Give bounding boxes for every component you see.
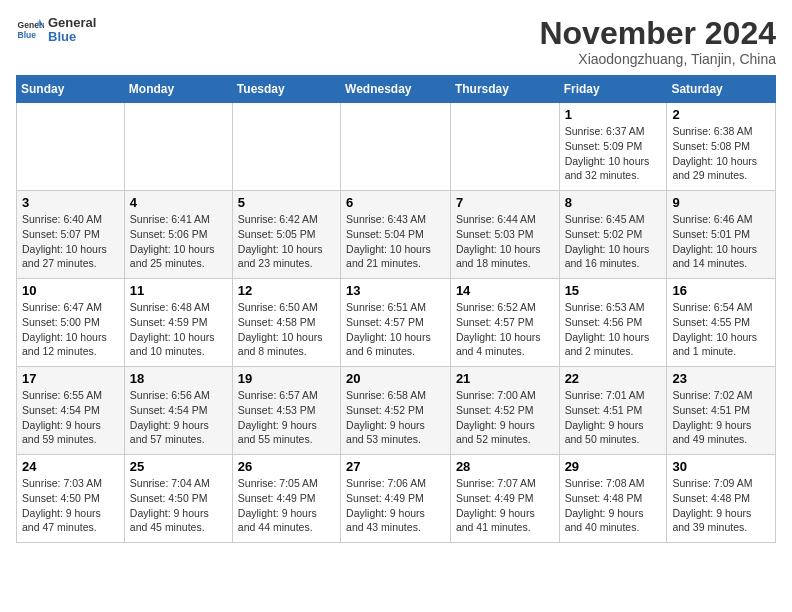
day-number: 25 [130, 459, 227, 474]
calendar-cell: 9Sunrise: 6:46 AM Sunset: 5:01 PM Daylig… [667, 191, 776, 279]
day-info: Sunrise: 7:05 AM Sunset: 4:49 PM Dayligh… [238, 476, 335, 535]
calendar-cell: 28Sunrise: 7:07 AM Sunset: 4:49 PM Dayli… [450, 455, 559, 543]
page-header: General Blue General Blue November 2024 … [16, 16, 776, 67]
calendar-cell: 15Sunrise: 6:53 AM Sunset: 4:56 PM Dayli… [559, 279, 667, 367]
weekday-header: Thursday [450, 76, 559, 103]
day-info: Sunrise: 7:00 AM Sunset: 4:52 PM Dayligh… [456, 388, 554, 447]
calendar-week-row: 17Sunrise: 6:55 AM Sunset: 4:54 PM Dayli… [17, 367, 776, 455]
day-number: 24 [22, 459, 119, 474]
day-info: Sunrise: 6:50 AM Sunset: 4:58 PM Dayligh… [238, 300, 335, 359]
day-number: 14 [456, 283, 554, 298]
weekday-header: Saturday [667, 76, 776, 103]
calendar-cell: 1Sunrise: 6:37 AM Sunset: 5:09 PM Daylig… [559, 103, 667, 191]
weekday-header: Sunday [17, 76, 125, 103]
day-number: 27 [346, 459, 445, 474]
day-number: 1 [565, 107, 662, 122]
day-info: Sunrise: 6:54 AM Sunset: 4:55 PM Dayligh… [672, 300, 770, 359]
day-number: 21 [456, 371, 554, 386]
day-info: Sunrise: 6:40 AM Sunset: 5:07 PM Dayligh… [22, 212, 119, 271]
day-info: Sunrise: 7:01 AM Sunset: 4:51 PM Dayligh… [565, 388, 662, 447]
day-info: Sunrise: 7:07 AM Sunset: 4:49 PM Dayligh… [456, 476, 554, 535]
calendar-cell: 20Sunrise: 6:58 AM Sunset: 4:52 PM Dayli… [341, 367, 451, 455]
day-info: Sunrise: 6:47 AM Sunset: 5:00 PM Dayligh… [22, 300, 119, 359]
calendar-cell: 12Sunrise: 6:50 AM Sunset: 4:58 PM Dayli… [232, 279, 340, 367]
day-info: Sunrise: 6:48 AM Sunset: 4:59 PM Dayligh… [130, 300, 227, 359]
calendar-week-row: 10Sunrise: 6:47 AM Sunset: 5:00 PM Dayli… [17, 279, 776, 367]
day-info: Sunrise: 6:53 AM Sunset: 4:56 PM Dayligh… [565, 300, 662, 359]
calendar-cell: 5Sunrise: 6:42 AM Sunset: 5:05 PM Daylig… [232, 191, 340, 279]
weekday-header: Tuesday [232, 76, 340, 103]
day-number: 17 [22, 371, 119, 386]
day-number: 10 [22, 283, 119, 298]
calendar-table: SundayMondayTuesdayWednesdayThursdayFrid… [16, 75, 776, 543]
day-number: 20 [346, 371, 445, 386]
day-info: Sunrise: 6:55 AM Sunset: 4:54 PM Dayligh… [22, 388, 119, 447]
day-number: 12 [238, 283, 335, 298]
weekday-header: Wednesday [341, 76, 451, 103]
day-info: Sunrise: 7:03 AM Sunset: 4:50 PM Dayligh… [22, 476, 119, 535]
day-info: Sunrise: 7:09 AM Sunset: 4:48 PM Dayligh… [672, 476, 770, 535]
day-number: 8 [565, 195, 662, 210]
calendar-cell [124, 103, 232, 191]
day-number: 5 [238, 195, 335, 210]
calendar-cell [450, 103, 559, 191]
day-info: Sunrise: 6:41 AM Sunset: 5:06 PM Dayligh… [130, 212, 227, 271]
day-number: 2 [672, 107, 770, 122]
calendar-cell: 24Sunrise: 7:03 AM Sunset: 4:50 PM Dayli… [17, 455, 125, 543]
day-number: 13 [346, 283, 445, 298]
calendar-cell: 14Sunrise: 6:52 AM Sunset: 4:57 PM Dayli… [450, 279, 559, 367]
day-number: 6 [346, 195, 445, 210]
logo-blue-text: Blue [48, 30, 96, 44]
calendar-cell: 8Sunrise: 6:45 AM Sunset: 5:02 PM Daylig… [559, 191, 667, 279]
calendar-cell: 29Sunrise: 7:08 AM Sunset: 4:48 PM Dayli… [559, 455, 667, 543]
calendar-cell: 25Sunrise: 7:04 AM Sunset: 4:50 PM Dayli… [124, 455, 232, 543]
day-info: Sunrise: 7:08 AM Sunset: 4:48 PM Dayligh… [565, 476, 662, 535]
day-info: Sunrise: 7:02 AM Sunset: 4:51 PM Dayligh… [672, 388, 770, 447]
day-number: 11 [130, 283, 227, 298]
calendar-cell [232, 103, 340, 191]
location-subtitle: Xiaodongzhuang, Tianjin, China [539, 51, 776, 67]
weekday-header: Friday [559, 76, 667, 103]
day-number: 16 [672, 283, 770, 298]
calendar-cell [17, 103, 125, 191]
day-number: 23 [672, 371, 770, 386]
day-number: 4 [130, 195, 227, 210]
day-info: Sunrise: 6:42 AM Sunset: 5:05 PM Dayligh… [238, 212, 335, 271]
day-info: Sunrise: 6:52 AM Sunset: 4:57 PM Dayligh… [456, 300, 554, 359]
day-info: Sunrise: 6:38 AM Sunset: 5:08 PM Dayligh… [672, 124, 770, 183]
calendar-cell: 19Sunrise: 6:57 AM Sunset: 4:53 PM Dayli… [232, 367, 340, 455]
calendar-header-row: SundayMondayTuesdayWednesdayThursdayFrid… [17, 76, 776, 103]
day-info: Sunrise: 6:58 AM Sunset: 4:52 PM Dayligh… [346, 388, 445, 447]
calendar-cell: 18Sunrise: 6:56 AM Sunset: 4:54 PM Dayli… [124, 367, 232, 455]
day-info: Sunrise: 6:37 AM Sunset: 5:09 PM Dayligh… [565, 124, 662, 183]
day-info: Sunrise: 7:06 AM Sunset: 4:49 PM Dayligh… [346, 476, 445, 535]
calendar-cell: 16Sunrise: 6:54 AM Sunset: 4:55 PM Dayli… [667, 279, 776, 367]
day-number: 26 [238, 459, 335, 474]
day-info: Sunrise: 6:56 AM Sunset: 4:54 PM Dayligh… [130, 388, 227, 447]
calendar-week-row: 3Sunrise: 6:40 AM Sunset: 5:07 PM Daylig… [17, 191, 776, 279]
day-number: 28 [456, 459, 554, 474]
calendar-cell: 30Sunrise: 7:09 AM Sunset: 4:48 PM Dayli… [667, 455, 776, 543]
day-info: Sunrise: 7:04 AM Sunset: 4:50 PM Dayligh… [130, 476, 227, 535]
calendar-cell: 4Sunrise: 6:41 AM Sunset: 5:06 PM Daylig… [124, 191, 232, 279]
calendar-cell: 23Sunrise: 7:02 AM Sunset: 4:51 PM Dayli… [667, 367, 776, 455]
calendar-cell: 3Sunrise: 6:40 AM Sunset: 5:07 PM Daylig… [17, 191, 125, 279]
day-info: Sunrise: 6:44 AM Sunset: 5:03 PM Dayligh… [456, 212, 554, 271]
logo: General Blue General Blue [16, 16, 96, 45]
calendar-week-row: 24Sunrise: 7:03 AM Sunset: 4:50 PM Dayli… [17, 455, 776, 543]
calendar-cell: 2Sunrise: 6:38 AM Sunset: 5:08 PM Daylig… [667, 103, 776, 191]
calendar-cell: 21Sunrise: 7:00 AM Sunset: 4:52 PM Dayli… [450, 367, 559, 455]
day-number: 19 [238, 371, 335, 386]
svg-text:Blue: Blue [18, 30, 37, 40]
day-number: 30 [672, 459, 770, 474]
day-number: 29 [565, 459, 662, 474]
day-number: 7 [456, 195, 554, 210]
calendar-cell: 17Sunrise: 6:55 AM Sunset: 4:54 PM Dayli… [17, 367, 125, 455]
calendar-cell: 6Sunrise: 6:43 AM Sunset: 5:04 PM Daylig… [341, 191, 451, 279]
calendar-cell: 13Sunrise: 6:51 AM Sunset: 4:57 PM Dayli… [341, 279, 451, 367]
calendar-week-row: 1Sunrise: 6:37 AM Sunset: 5:09 PM Daylig… [17, 103, 776, 191]
calendar-cell: 22Sunrise: 7:01 AM Sunset: 4:51 PM Dayli… [559, 367, 667, 455]
calendar-cell: 27Sunrise: 7:06 AM Sunset: 4:49 PM Dayli… [341, 455, 451, 543]
day-info: Sunrise: 6:46 AM Sunset: 5:01 PM Dayligh… [672, 212, 770, 271]
weekday-header: Monday [124, 76, 232, 103]
